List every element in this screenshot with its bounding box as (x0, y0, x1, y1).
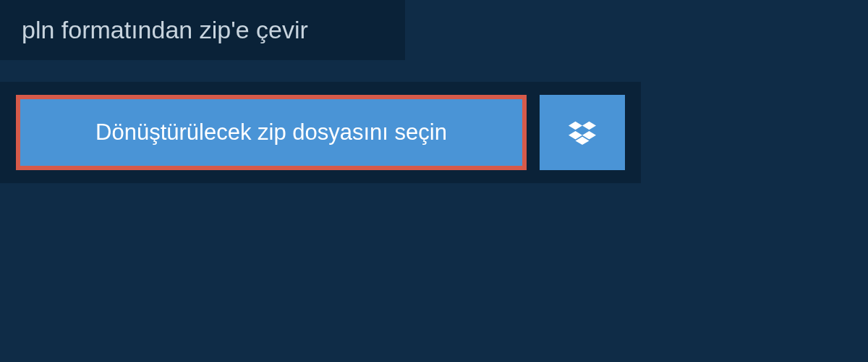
select-file-label: Dönüştürülecek zip dosyasını seçin (95, 119, 447, 145)
dropbox-button[interactable] (540, 95, 625, 170)
page-title-tab: pln formatından zip'e çevir (0, 0, 405, 60)
page-title: pln formatından zip'e çevir (22, 16, 308, 43)
upload-panel: Dönüştürülecek zip dosyasını seçin (0, 82, 641, 183)
dropbox-icon (569, 119, 596, 146)
select-file-button[interactable]: Dönüştürülecek zip dosyasını seçin (16, 95, 527, 170)
